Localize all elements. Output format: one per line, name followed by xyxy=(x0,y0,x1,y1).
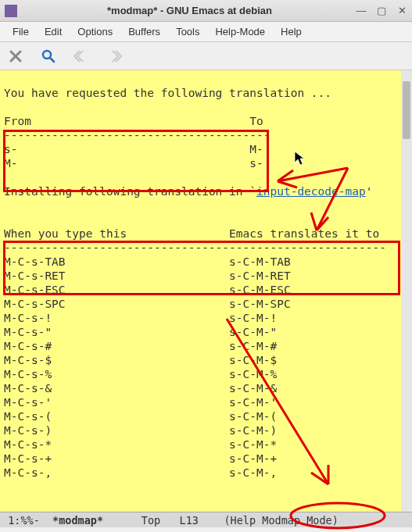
table1-rule: --------------------------------------- xyxy=(4,129,270,141)
modeline-left: 1:%%- xyxy=(2,514,52,527)
forward-icon[interactable] xyxy=(103,45,125,67)
table2-rule: ----------------------------------------… xyxy=(4,241,386,254)
table-row: M-C-s-$ s-C-M-$ xyxy=(4,354,277,366)
table-row: M-C-s-! s-C-M-! xyxy=(4,312,277,324)
menu-tools[interactable]: Tools xyxy=(168,23,207,40)
maximize-button[interactable]: ▢ xyxy=(376,5,387,16)
buffer-content[interactable]: You have requested the following transla… xyxy=(0,70,412,512)
intro-text: You have requested the following transla… xyxy=(4,87,331,99)
search-icon[interactable] xyxy=(38,45,59,67)
table1-header: From To xyxy=(4,115,263,127)
menu-help[interactable]: Help xyxy=(273,23,310,40)
menu-edit[interactable]: Edit xyxy=(37,23,70,40)
menu-file[interactable]: File xyxy=(5,23,37,40)
table2-header: When you type this Emacs translates it t… xyxy=(4,227,379,240)
table-row: M-C-s-, s-C-M-, xyxy=(4,466,277,479)
table-row: M-C-s-* s-C-M-* xyxy=(4,438,277,451)
table1-row: s- M- xyxy=(4,143,263,155)
install-line: Installing following translation in `inp… xyxy=(4,185,372,198)
editor-area: You have requested the following transla… xyxy=(0,70,412,512)
table-row: M-C-s-RET s-C-M-RET xyxy=(4,270,291,282)
table-row: M-C-s-) s-C-M-) xyxy=(4,424,277,437)
close-button[interactable]: ✕ xyxy=(396,5,407,16)
scrollbar[interactable] xyxy=(401,70,412,512)
scroll-thumb[interactable] xyxy=(403,81,410,139)
table-row: M-C-s-% s-C-M-% xyxy=(4,368,277,380)
minimize-button[interactable]: — xyxy=(356,5,367,16)
table-row: M-C-s-TAB s-C-M-TAB xyxy=(4,255,291,268)
close-icon[interactable] xyxy=(5,45,27,67)
window-controls: — ▢ ✕ xyxy=(356,5,407,16)
table-row: M-C-s-' s-C-M-' xyxy=(4,396,277,409)
title-bar: *modmap* - GNU Emacs at debian — ▢ ✕ xyxy=(0,0,412,22)
window-title: *modmap* - GNU Emacs at debian xyxy=(23,5,356,16)
modeline-buffer-name: *modmap* xyxy=(52,514,103,527)
app-icon xyxy=(5,5,17,17)
table-row: M-C-s-& s-C-M-& xyxy=(4,382,277,395)
mode-line[interactable]: 1:%%- *modmap* Top L13 (Help Modmap Mode… xyxy=(0,512,412,527)
table-row: M-C-s-( s-C-M-( xyxy=(4,410,277,423)
back-icon[interactable] xyxy=(70,45,92,67)
menu-help-mode[interactable]: Help-Mode xyxy=(207,23,273,40)
table-row: M-C-s-# s-C-M-# xyxy=(4,340,277,352)
table1-row: M- s- xyxy=(4,157,263,170)
table-row: M-C-s-+ s-C-M-+ xyxy=(4,452,277,465)
table-row: M-C-s-" s-C-M-" xyxy=(4,326,277,338)
menu-options[interactable]: Options xyxy=(70,23,120,40)
menu-bar: File Edit Options Buffers Tools Help-Mod… xyxy=(0,22,412,42)
modeline-right: Top L13 (Help Modmap Mode) xyxy=(103,514,339,527)
input-decode-map-link[interactable]: input-decode-map xyxy=(256,185,366,198)
menu-buffers[interactable]: Buffers xyxy=(120,23,168,40)
table-row: M-C-s-SPC s-C-M-SPC xyxy=(4,298,291,310)
table-row: M-C-s-ESC s-C-M-ESC xyxy=(4,284,291,296)
toolbar xyxy=(0,42,412,70)
